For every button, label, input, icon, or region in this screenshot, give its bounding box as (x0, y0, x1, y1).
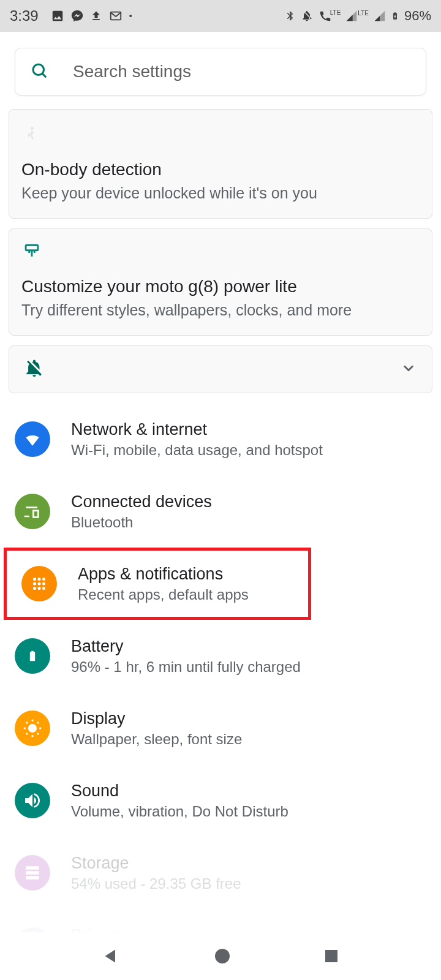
svg-line-2 (42, 74, 46, 77)
image-icon (51, 9, 64, 23)
row-title: Network & internet (71, 420, 323, 439)
chevron-down-icon (400, 360, 417, 379)
search-icon (30, 61, 48, 82)
row-sub: Wallpaper, sleep, font size (71, 731, 242, 748)
svg-point-1 (33, 64, 44, 75)
search-placeholder: Search settings (73, 62, 191, 81)
row-sub: 96% - 1 hr, 6 min until fully charged (71, 658, 301, 676)
nav-back-button[interactable] (100, 945, 123, 967)
fade-overlay (0, 846, 441, 932)
row-connected-devices[interactable]: Connected devices Bluetooth (0, 475, 441, 548)
svg-point-6 (38, 578, 41, 581)
status-bar: 3:39 • LTE LTE 96% (0, 0, 441, 32)
messenger-icon (70, 9, 84, 23)
nav-bar (0, 932, 441, 980)
svg-point-3 (31, 127, 34, 130)
row-sub: Recent apps, default apps (78, 586, 249, 603)
svg-point-12 (38, 587, 41, 590)
devices-icon (15, 494, 50, 529)
upload-icon (90, 9, 102, 23)
svg-point-7 (42, 578, 45, 581)
row-sub: Wi-Fi, mobile, data usage, and hotspot (71, 442, 323, 459)
battery-icon (391, 9, 399, 23)
paint-icon (21, 243, 42, 263)
row-title: Sound (71, 782, 288, 801)
walk-icon (21, 123, 41, 146)
card-collapsed-dnd[interactable] (9, 345, 432, 393)
svg-point-18 (215, 949, 230, 963)
row-title: Apps & notifications (78, 565, 249, 584)
card-sub: Try different styles, wallpapers, clocks… (21, 301, 420, 319)
svg-point-10 (42, 582, 45, 586)
battery-full-icon (15, 638, 50, 674)
svg-point-9 (38, 582, 41, 586)
row-sub: Volume, vibration, Do Not Disturb (71, 803, 288, 820)
battery-text: 96% (404, 8, 431, 24)
row-title: Battery (71, 637, 301, 656)
apps-icon (21, 566, 57, 601)
svg-point-14 (29, 725, 36, 731)
search-settings[interactable]: Search settings (15, 48, 426, 96)
row-title: Connected devices (71, 492, 212, 511)
sound-icon (15, 783, 50, 818)
svg-point-13 (42, 587, 45, 590)
card-sub: Keep your device unlocked while it's on … (21, 184, 420, 202)
svg-point-5 (33, 578, 36, 581)
card-title: Customize your moto g(8) power lite (21, 277, 420, 296)
signal-icon-2 (374, 10, 386, 22)
settings-scroll[interactable]: Search settings On-body detection Keep y… (0, 32, 441, 932)
card-title: On-body detection (21, 160, 420, 179)
row-title: Display (71, 709, 242, 728)
bluetooth-icon (285, 9, 296, 23)
wifi-icon (15, 421, 50, 457)
card-customize[interactable]: Customize your moto g(8) power lite Try … (9, 228, 432, 336)
gmail-icon (108, 9, 123, 23)
row-sub: Bluetooth (71, 514, 212, 531)
card-on-body-detection[interactable]: On-body detection Keep your device unloc… (9, 109, 432, 219)
status-time: 3:39 (10, 7, 39, 24)
dot-icon: • (129, 11, 132, 21)
brightness-icon (15, 710, 50, 746)
dnd-icon (301, 9, 313, 23)
row-display[interactable]: Display Wallpaper, sleep, font size (0, 692, 441, 764)
svg-rect-4 (26, 245, 38, 251)
svg-point-11 (33, 587, 36, 590)
bell-off-icon (24, 358, 45, 381)
svg-rect-19 (325, 950, 337, 962)
row-battery[interactable]: Battery 96% - 1 hr, 6 min until fully ch… (0, 620, 441, 692)
row-network[interactable]: Network & internet Wi-Fi, mobile, data u… (0, 403, 441, 475)
row-sound[interactable]: Sound Volume, vibration, Do Not Disturb (0, 764, 441, 837)
nav-home-button[interactable] (213, 946, 232, 966)
svg-point-8 (33, 582, 36, 586)
row-apps-notifications[interactable]: Apps & notifications Recent apps, defaul… (4, 548, 311, 620)
signal-icon-1: LTE (345, 10, 369, 22)
volte-icon: LTE (318, 9, 341, 23)
nav-recent-button[interactable] (322, 947, 341, 965)
